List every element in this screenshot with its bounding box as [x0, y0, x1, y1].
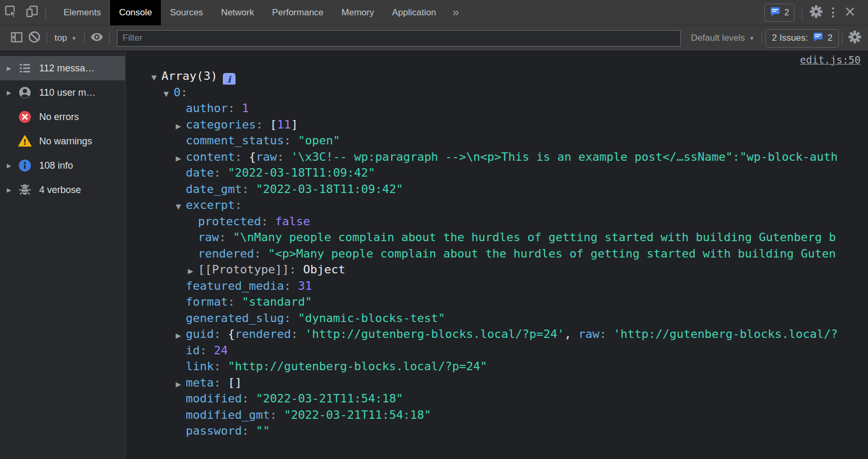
tree-expand-arrow-icon[interactable]: ▶ — [176, 118, 186, 133]
tab-console[interactable]: Console — [110, 0, 161, 25]
tree-plain: Object — [303, 263, 345, 276]
tab-network[interactable]: Network — [212, 0, 263, 25]
devtools-menu-button[interactable] — [827, 4, 839, 21]
tree-expand-arrow-icon[interactable]: ▶ — [176, 328, 186, 343]
tree-row: date: "2022-03-18T11:09:42" — [125, 165, 868, 181]
sidebar-item-label: 112 messa… — [39, 63, 95, 74]
devtools-tabbar: ElementsConsoleSourcesNetworkPerformance… — [0, 0, 868, 25]
tree-plain: Array(3) — [161, 69, 218, 82]
object-tree: ▼Array(3)i▼0:author: 1▶categories: [11]c… — [125, 68, 868, 439]
tree-str: "2022-03-18T11:09:42" — [228, 166, 375, 179]
inspect-cursor-icon — [4, 4, 18, 21]
list-icon — [18, 61, 32, 76]
tree-key: rendered — [235, 327, 291, 341]
sidebar-item-no-warnings[interactable]: No warnings — [0, 129, 125, 153]
tree-key: featured_media — [186, 279, 284, 292]
tree-str: "2022-03-21T11:54:18" — [256, 392, 403, 405]
tree-punc: : — [235, 150, 249, 163]
tree-row: modified_gmt: "2022-03-21T11:54:18" — [125, 407, 868, 424]
tree-expand-arrow-icon[interactable]: ▶ — [176, 377, 186, 391]
tree-str: "<p>Many people complain about the hurdl… — [268, 247, 836, 260]
messages-count: 2 — [784, 8, 789, 17]
console-settings-button[interactable] — [846, 30, 864, 47]
tree-row: ▶guid: {rendered: 'http://gutenberg-bloc… — [125, 326, 868, 343]
sidebar-item-110-user-m-[interactable]: ▶110 user m… — [0, 80, 125, 105]
tree-num: 11 — [277, 118, 291, 131]
device-toolbar-button[interactable] — [21, 3, 42, 22]
tree-punc: : — [242, 392, 256, 405]
tree-punc: : — [242, 182, 256, 196]
tree-key: rendered — [198, 247, 254, 260]
tree-expand-arrow-icon[interactable]: ▶ — [176, 151, 186, 166]
sidebar-item-label: 108 info — [39, 160, 73, 171]
tree-punc: : — [256, 118, 270, 131]
sidebar-item-label: 4 verbose — [39, 185, 81, 196]
devtools-settings-button[interactable] — [806, 3, 827, 22]
message-source-line: edit.js:50 — [125, 51, 868, 68]
tree-row: ▶categories: [11] — [125, 117, 868, 133]
warning-icon — [18, 134, 32, 149]
tab-sources[interactable]: Sources — [161, 0, 212, 25]
user-icon — [18, 86, 32, 100]
tab-memory[interactable]: Memory — [332, 0, 383, 25]
expand-arrow-icon[interactable]: ▶ — [0, 162, 18, 169]
sidebar-panel-icon — [10, 30, 24, 47]
console-messages-pane: edit.js:50 ▼Array(3)i▼0:author: 1▶catego… — [125, 51, 868, 459]
sidebar-item-108-info[interactable]: ▶108 info — [0, 153, 125, 178]
tree-row: ▶content: {raw: '\x3C!-- wp:paragraph --… — [125, 149, 868, 166]
tree-punc: : — [214, 166, 228, 179]
tree-key: comment_status — [186, 134, 284, 147]
sidebar-item-label: 110 user m… — [39, 87, 96, 98]
issues-button[interactable]: 2 Issues: 2 — [765, 29, 839, 48]
tree-key: format — [186, 295, 228, 308]
tab-application[interactable]: Application — [383, 0, 445, 25]
expand-arrow-icon[interactable]: ▶ — [0, 187, 18, 194]
tree-key: content — [186, 150, 235, 163]
inspect-element-button[interactable] — [0, 3, 21, 22]
issues-label: 2 Issues: — [772, 33, 808, 43]
tree-punc: : — [277, 150, 291, 163]
tree-str: "2022-03-18T11:09:42" — [256, 182, 403, 196]
sidebar-item-4-verbose[interactable]: ▶4 verbose — [0, 178, 125, 202]
tree-row: ▶[[Prototype]]: Object — [125, 262, 868, 278]
sidebar-item-label: No warnings — [39, 136, 92, 147]
more-tabs-button[interactable]: » — [445, 6, 466, 20]
context-label: top — [55, 33, 67, 43]
array-info-badge[interactable]: i — [223, 73, 236, 84]
tree-expand-arrow-icon[interactable]: ▼ — [151, 70, 161, 85]
toggle-console-sidebar-button[interactable] — [7, 30, 25, 47]
chevron-down-icon: ▼ — [71, 35, 77, 41]
tree-expand-arrow-icon[interactable]: ▼ — [176, 199, 186, 214]
tree-str: 'http://gutenberg-blocks.local/?p=24' — [305, 327, 564, 341]
expand-arrow-icon[interactable]: ▶ — [0, 65, 18, 72]
tree-row: author: 1 — [125, 100, 868, 117]
expand-arrow-icon[interactable]: ▶ — [0, 89, 18, 96]
execution-context-dropdown[interactable]: top ▼ — [50, 33, 81, 43]
create-live-expression-button[interactable] — [88, 30, 106, 47]
tree-str: "http://gutenberg-blocks.local/?p=24" — [228, 360, 487, 373]
close-devtools-button[interactable] — [839, 3, 861, 22]
tab-elements[interactable]: Elements — [55, 0, 110, 25]
tree-punc: : — [214, 327, 228, 341]
tree-str: "open" — [298, 134, 340, 147]
tree-expand-arrow-icon[interactable]: ▶ — [188, 263, 198, 278]
tree-punc: : — [228, 102, 242, 115]
tree-plain: { — [228, 327, 234, 341]
tab-performance[interactable]: Performance — [263, 0, 332, 25]
filter-input[interactable] — [117, 30, 681, 47]
tree-plain: { — [249, 150, 256, 163]
tree-expand-arrow-icon[interactable]: ▼ — [164, 86, 174, 101]
sidebar-item-112-messa-[interactable]: ▶112 messa… — [0, 56, 125, 80]
info-icon — [18, 159, 32, 173]
log-levels-dropdown[interactable]: Default levels ▼ — [687, 33, 759, 43]
tree-plain: [ — [270, 118, 277, 131]
sidebar-item-no-errors[interactable]: No errors — [0, 105, 125, 129]
eye-icon — [89, 30, 104, 47]
clear-console-button[interactable] — [25, 30, 43, 47]
gear-icon — [848, 30, 862, 46]
tree-punc: : — [284, 311, 298, 325]
source-location-link[interactable]: edit.js:50 — [800, 54, 861, 66]
console-messages-badge-button[interactable]: 2 — [764, 4, 794, 22]
tree-row: protected: false — [125, 214, 868, 230]
chat-bubble-icon — [770, 6, 781, 19]
